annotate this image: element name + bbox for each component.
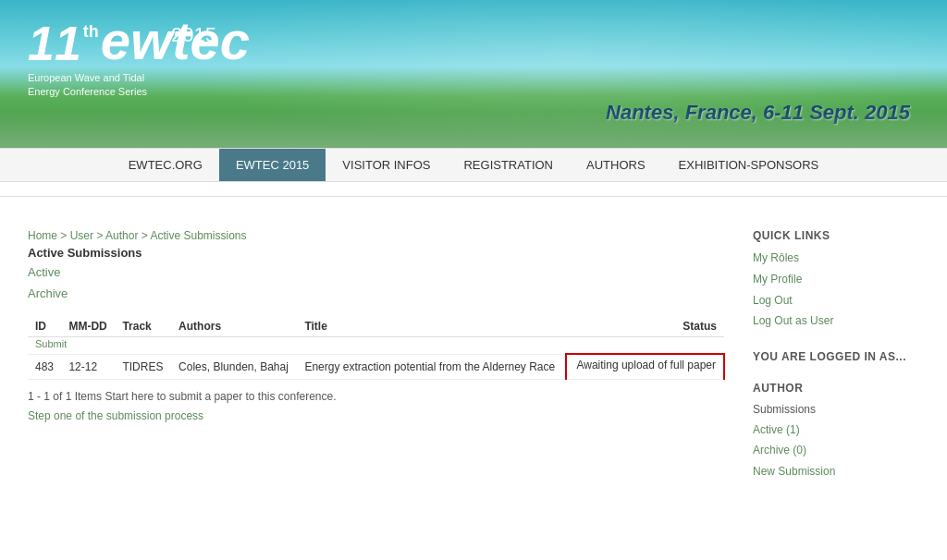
author-submissions-label: Submissions <box>753 400 919 419</box>
col-status: Status <box>566 316 724 337</box>
cell-mmdd: 12-12 <box>61 354 115 379</box>
col-id: ID <box>28 316 61 337</box>
logo-subtitle: European Wave and Tidal Energy Conferenc… <box>28 71 250 100</box>
author-title: AUTHOR <box>753 382 919 395</box>
nav-visitor-infos[interactable]: VISITOR INFOS <box>326 149 447 181</box>
author-section: AUTHOR Submissions Active (1) Archive (0… <box>753 382 919 482</box>
sidebar-log-out[interactable]: Log Out <box>753 290 919 311</box>
cell-title: Energy extraction potential from the Ald… <box>297 354 566 379</box>
table-footer: 1 - 1 of 1 Items Start here to submit a … <box>28 387 725 427</box>
main-nav: EWTEC.ORG EWTEC 2015 VISITOR INFOS REGIS… <box>0 148 947 182</box>
logo-number: 11 <box>28 19 81 67</box>
nav-ewtec2015[interactable]: EWTEC 2015 <box>219 149 326 181</box>
submit-link[interactable]: Submit <box>35 338 67 349</box>
site-header: 11 th ewtec 2015 European Wave and Tidal… <box>0 0 947 148</box>
sub-links: Active Archive <box>28 262 725 305</box>
col-authors: Authors <box>171 316 297 337</box>
cell-id: 483 <box>28 354 61 379</box>
sidebar: QUICK LINKS My Rôles My Profile Log Out … <box>753 229 919 501</box>
sidebar-log-out-as-user[interactable]: Log Out as User <box>753 310 919 332</box>
sidebar-archive[interactable]: Archive (0) <box>753 440 919 461</box>
page-title: Active Submissions <box>28 246 725 260</box>
breadcrumb-active-submissions[interactable]: Active Submissions <box>150 229 246 242</box>
link-archive[interactable]: Archive <box>28 283 725 304</box>
sidebar-my-profile[interactable]: My Profile <box>753 269 919 290</box>
main-layout: Home > User > Author > Active Submission… <box>0 211 947 519</box>
submissions-table: ID MM-DD Track Authors Title S <box>28 316 725 380</box>
cell-status: Awaiting upload of full paper <box>566 354 724 379</box>
sidebar-new-submission[interactable]: New Submission <box>753 461 919 482</box>
submit-link-cell: Submit <box>35 338 67 349</box>
footer-line1: Start here to submit a paper to this con… <box>105 390 336 403</box>
col-title: Title <box>297 316 566 337</box>
breadcrumb: Home > User > Author > Active Submission… <box>28 229 725 242</box>
breadcrumb-author[interactable]: Author <box>105 229 138 242</box>
cell-track: TIDRES <box>115 354 171 379</box>
link-active[interactable]: Active <box>28 262 725 283</box>
content-area: Home > User > Author > Active Submission… <box>28 229 725 501</box>
logo-area: 11 th ewtec 2015 European Wave and Tidal… <box>28 14 250 100</box>
breadcrumb-home[interactable]: Home <box>28 229 57 242</box>
sidebar-my-roles[interactable]: My Rôles <box>753 248 919 269</box>
step-one-link[interactable]: Step one of the submission process <box>28 407 725 427</box>
sidebar-active[interactable]: Active (1) <box>753 420 919 441</box>
quick-links-section: QUICK LINKS My Rôles My Profile Log Out … <box>753 229 919 332</box>
table-row: 483 12-12 TIDRES Coles, Blunden, Bahaj E… <box>28 354 724 379</box>
nav-authors[interactable]: AUTHORS <box>570 149 662 181</box>
col-mmdd: MM-DD <box>61 316 115 337</box>
cell-authors: Coles, Blunden, Bahaj <box>171 354 297 379</box>
logo-superscript: th <box>83 22 99 42</box>
nav-ewtecorg[interactable]: EWTEC.ORG <box>112 149 219 181</box>
quick-links-title: QUICK LINKS <box>753 229 919 242</box>
col-track: Track <box>115 316 171 337</box>
logo-year: 2015 <box>171 23 216 47</box>
nav-registration[interactable]: REGISTRATION <box>447 149 570 181</box>
nav-exhibition-sponsors[interactable]: EXHIBITION-SPONSORS <box>662 149 836 181</box>
items-count: 1 - 1 of 1 Items <box>28 390 102 403</box>
logged-in-section: YOU ARE LOGGED IN AS... <box>753 350 919 363</box>
breadcrumb-user[interactable]: User <box>70 229 93 242</box>
logged-in-title: YOU ARE LOGGED IN AS... <box>753 350 919 363</box>
